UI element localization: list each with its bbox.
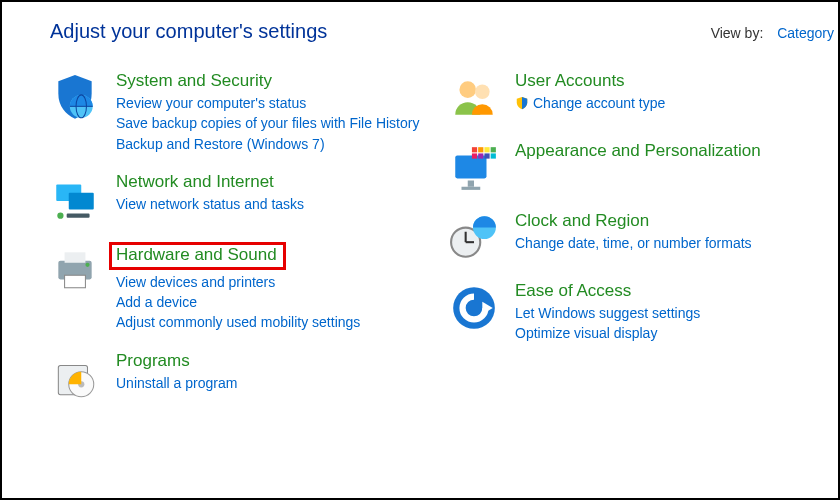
link-backup-and-restore-windows-7[interactable]: Backup and Restore (Windows 7) bbox=[116, 134, 439, 154]
link-view-network-status-and-tasks[interactable]: View network status and tasks bbox=[116, 194, 439, 214]
category-title-appearance-and-personalization[interactable]: Appearance and Personalization bbox=[515, 141, 761, 161]
viewby-label: View by: Category bbox=[711, 25, 838, 41]
category-network-and-internet: Network and InternetView network status … bbox=[50, 172, 439, 224]
shield-globe-icon bbox=[50, 73, 100, 123]
category-title-hardware-and-sound[interactable]: Hardware and Sound bbox=[109, 242, 286, 270]
link-view-devices-and-printers[interactable]: View devices and printers bbox=[116, 272, 439, 292]
link-add-a-device[interactable]: Add a device bbox=[116, 292, 439, 312]
category-system-and-security: System and SecurityReview your computer'… bbox=[50, 71, 439, 154]
viewby-value[interactable]: Category bbox=[777, 25, 834, 41]
link-save-backup-copies-of-your-files-with-file-history[interactable]: Save backup copies of your files with Fi… bbox=[116, 113, 439, 133]
link-change-date-time-or-number-formats[interactable]: Change date, time, or number formats bbox=[515, 233, 838, 253]
page-title: Adjust your computer's settings bbox=[50, 20, 327, 43]
category-user-accounts: User AccountsChange account type bbox=[449, 71, 838, 123]
category-title-user-accounts[interactable]: User Accounts bbox=[515, 71, 625, 91]
link-let-windows-suggest-settings[interactable]: Let Windows suggest settings bbox=[515, 303, 838, 323]
category-title-clock-and-region[interactable]: Clock and Region bbox=[515, 211, 649, 231]
link-change-account-type[interactable]: Change account type bbox=[515, 93, 838, 113]
link-adjust-commonly-used-mobility-settings[interactable]: Adjust commonly used mobility settings bbox=[116, 312, 439, 332]
link-review-your-computer-s-status[interactable]: Review your computer's status bbox=[116, 93, 439, 113]
category-clock-and-region: Clock and RegionChange date, time, or nu… bbox=[449, 211, 838, 263]
clock-icon bbox=[449, 213, 499, 263]
network-icon bbox=[50, 174, 100, 224]
link-uninstall-a-program[interactable]: Uninstall a program bbox=[116, 373, 439, 393]
category-programs: ProgramsUninstall a program bbox=[50, 351, 439, 403]
uac-shield-icon bbox=[515, 96, 529, 110]
category-title-ease-of-access[interactable]: Ease of Access bbox=[515, 281, 631, 301]
category-title-system-and-security[interactable]: System and Security bbox=[116, 71, 272, 91]
category-ease-of-access: Ease of AccessLet Windows suggest settin… bbox=[449, 281, 838, 344]
link-optimize-visual-display[interactable]: Optimize visual display bbox=[515, 323, 838, 343]
category-hardware-and-sound: Hardware and SoundView devices and print… bbox=[50, 242, 439, 333]
category-appearance-and-personalization: Appearance and Personalization bbox=[449, 141, 838, 193]
ease-icon bbox=[449, 283, 499, 333]
category-title-programs[interactable]: Programs bbox=[116, 351, 190, 371]
appearance-icon bbox=[449, 143, 499, 193]
users-icon bbox=[449, 73, 499, 123]
printer-icon bbox=[50, 244, 100, 294]
category-title-network-and-internet[interactable]: Network and Internet bbox=[116, 172, 274, 192]
programs-icon bbox=[50, 353, 100, 403]
